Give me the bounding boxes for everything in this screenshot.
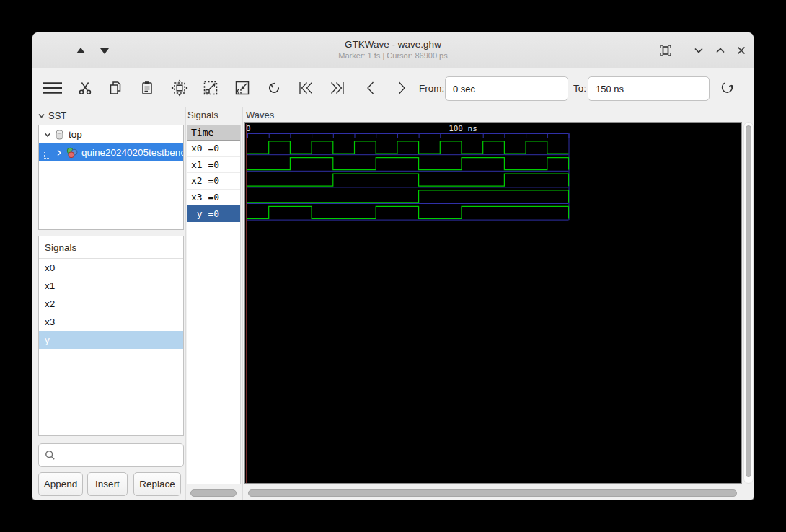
minimize-button[interactable]: [689, 41, 708, 60]
signal-row-x3[interactable]: x3=0: [187, 190, 240, 206]
zoom-in-button[interactable]: [200, 78, 221, 98]
waves-hscrollbar-thumb[interactable]: [248, 489, 737, 497]
paste-button[interactable]: [137, 78, 157, 98]
sst-expander[interactable]: SST: [37, 109, 66, 122]
zoom-out-icon: [233, 79, 252, 97]
undo-button[interactable]: [264, 78, 284, 98]
facility-frame: Signals x0 x1 x2 x3 y: [38, 236, 184, 436]
zoom-in-icon: [201, 79, 220, 97]
copy-button[interactable]: [105, 78, 125, 98]
marker-cursor-status: Marker: 1 fs | Cursor: 86900 ps: [32, 51, 754, 60]
window-title: GTKWave - wave.ghw: [32, 32, 754, 50]
tree-item-label: quine20240205testbench: [81, 147, 183, 158]
maximize-button[interactable]: [711, 41, 730, 60]
copy-icon: [107, 79, 124, 97]
cut-button[interactable]: [75, 78, 95, 98]
expander-closed-icon: [55, 148, 63, 157]
zoom-fit-icon: [170, 79, 189, 97]
signals-hscrollbar-thumb[interactable]: [190, 489, 237, 497]
svg-text:100 ns: 100 ns: [449, 124, 477, 133]
from-label: From:: [419, 69, 444, 107]
waves-vscrollbar: [743, 122, 754, 484]
search-icon: [45, 450, 56, 461]
chevron-left-icon: [362, 79, 379, 97]
menu-button[interactable]: [40, 78, 65, 98]
fullscreen-button[interactable]: [656, 41, 675, 60]
arrow-up-icon[interactable]: [76, 48, 85, 53]
reload-icon: [717, 79, 736, 97]
signal-row-x0[interactable]: x0=0: [187, 141, 240, 157]
facility-item-x1[interactable]: x1: [39, 277, 183, 295]
facility-item-x2[interactable]: x2: [39, 295, 183, 313]
chevron-up-icon: [714, 44, 727, 57]
signal-row-x2[interactable]: x2=0: [187, 173, 240, 190]
tree-item-label: top: [69, 129, 82, 140]
pane-splitter-right[interactable]: [242, 107, 243, 500]
module-icon: [66, 147, 78, 159]
waveform-plot: 0100 ns: [245, 123, 741, 483]
gtkwave-window: GTKWave - wave.ghw Marker: 1 fs | Cursor…: [32, 32, 754, 500]
to-input[interactable]: [588, 76, 710, 101]
titlebar: GTKWave - wave.ghw Marker: 1 fs | Cursor…: [32, 32, 754, 68]
facility-item-x0[interactable]: x0: [39, 259, 183, 277]
chevron-down-icon: [692, 44, 705, 57]
wave-canvas[interactable]: 0100 ns: [244, 122, 742, 484]
tree-item-top[interactable]: top: [39, 125, 183, 143]
search-input[interactable]: [60, 450, 187, 461]
replace-button[interactable]: Replace: [133, 472, 181, 496]
waves-frame-label: Waves: [246, 110, 752, 120]
zoom-fit-button[interactable]: [169, 78, 190, 98]
sst-label: SST: [48, 110, 66, 121]
main-content: SST top quine20240205testbench: [32, 107, 754, 500]
skip-to-end-icon: [328, 79, 347, 97]
arrow-down-icon[interactable]: [100, 48, 109, 54]
facility-item-y[interactable]: y: [39, 331, 183, 349]
pane-splitter-left[interactable]: [185, 107, 186, 500]
zoom-out-button[interactable]: [232, 78, 252, 98]
clipboard-paste-icon: [138, 79, 156, 97]
sst-tree: top quine20240205testbench: [38, 125, 184, 230]
signals-frame-label: Signals: [187, 110, 241, 120]
waves-vscrollbar-thumb[interactable]: [746, 125, 751, 477]
signal-row-x1[interactable]: x1=0: [187, 157, 240, 174]
tree-item-testbench[interactable]: quine20240205testbench: [39, 143, 183, 161]
desktop: { "titlebar": { "title": "GTKWave - wave…: [0, 0, 786, 532]
to-label: To:: [573, 69, 586, 107]
go-to-end-button[interactable]: [327, 78, 348, 98]
waves-hscrollbar: [244, 488, 754, 498]
signals-list: Time x0=0 x1=0 x2=0 x3=0 y=0: [187, 125, 241, 484]
previous-edge-button[interactable]: [361, 78, 381, 98]
fullscreen-icon: [658, 43, 673, 58]
chevron-right-icon: [393, 79, 410, 97]
next-edge-button[interactable]: [392, 78, 412, 98]
scissors-icon: [76, 79, 94, 97]
go-to-start-button[interactable]: [296, 78, 316, 98]
facility-frame-label: Signals: [39, 236, 183, 259]
hamburger-menu-icon: [41, 79, 64, 97]
insert-button[interactable]: Insert: [87, 472, 128, 496]
close-icon: [735, 44, 748, 57]
database-icon: [54, 129, 65, 141]
tree-guide-line: [44, 151, 50, 159]
reload-button[interactable]: [717, 78, 737, 98]
facility-item-x3[interactable]: x3: [39, 313, 183, 331]
skip-to-start-icon: [296, 79, 315, 97]
signal-search: [38, 443, 184, 467]
from-input[interactable]: [445, 76, 568, 101]
close-button[interactable]: [732, 41, 751, 60]
expander-open-icon: [37, 112, 45, 120]
time-header: Time: [187, 125, 240, 141]
toolbar: From: To:: [32, 69, 754, 107]
expander-open-icon: [43, 130, 52, 139]
signal-row-y[interactable]: y=0: [187, 205, 240, 222]
signals-hscrollbar: [187, 488, 241, 498]
undo-arrow-icon: [265, 79, 283, 97]
append-button[interactable]: Append: [38, 472, 83, 496]
